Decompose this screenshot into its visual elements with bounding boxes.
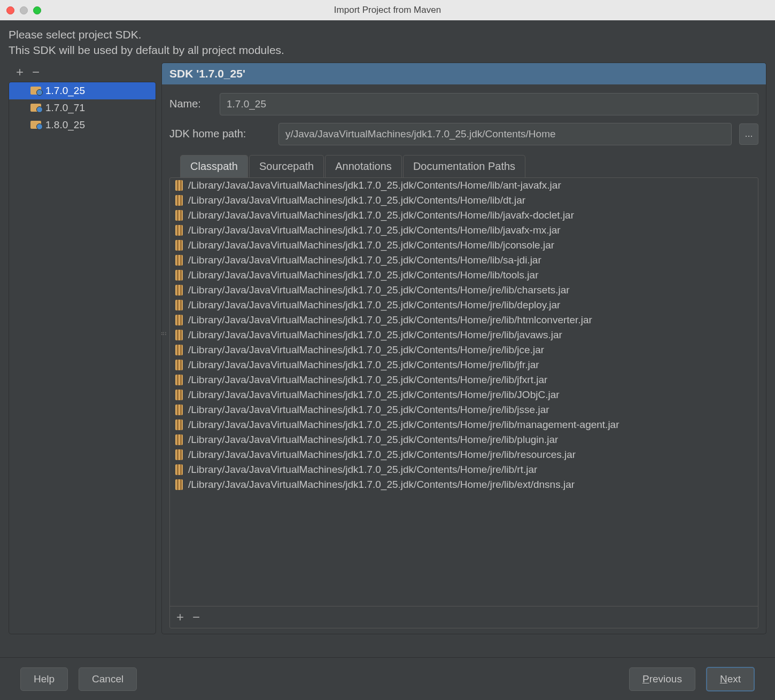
jar-icon [175, 225, 183, 236]
classpath-row[interactable]: /Library/Java/JavaVirtualMachines/jdk1.7… [170, 298, 758, 313]
cancel-button[interactable]: Cancel [79, 667, 137, 691]
classpath-path: /Library/Java/JavaVirtualMachines/jdk1.7… [188, 464, 537, 476]
next-button[interactable]: Next [706, 667, 755, 691]
classpath-row[interactable]: /Library/Java/JavaVirtualMachines/jdk1.7… [170, 462, 758, 477]
sdk-item[interactable]: 1.7.0_25 [9, 82, 156, 99]
jar-icon [175, 390, 183, 400]
header-line-2: This SDK will be used by default by all … [9, 42, 766, 58]
jar-icon [175, 195, 183, 206]
classpath-path: /Library/Java/JavaVirtualMachines/jdk1.7… [188, 239, 554, 251]
classpath-row[interactable]: /Library/Java/JavaVirtualMachines/jdk1.7… [170, 432, 758, 447]
sdk-item-label: 1.7.0_25 [45, 85, 85, 97]
jar-icon [175, 405, 183, 415]
tab-sourcepath[interactable]: Sourcepath [249, 155, 324, 177]
sdk-item-label: 1.8.0_25 [45, 119, 85, 131]
classpath-path: /Library/Java/JavaVirtualMachines/jdk1.7… [188, 195, 525, 206]
jar-icon [175, 449, 183, 460]
window-title: Import Project from Maven [0, 5, 775, 15]
classpath-path: /Library/Java/JavaVirtualMachines/jdk1.7… [188, 314, 592, 326]
classpath-path: /Library/Java/JavaVirtualMachines/jdk1.7… [188, 419, 619, 431]
detail-title: SDK '1.7.0_25' [161, 63, 766, 84]
jar-icon [175, 285, 183, 295]
classpath-row[interactable]: /Library/Java/JavaVirtualMachines/jdk1.7… [170, 268, 758, 283]
sdk-toolbar: + − [9, 63, 156, 82]
previous-button[interactable]: Previous [629, 667, 695, 691]
tab-classpath[interactable]: Classpath [180, 155, 248, 177]
jar-icon [175, 240, 183, 251]
sdk-item-label: 1.7.0_71 [45, 102, 85, 114]
classpath-path: /Library/Java/JavaVirtualMachines/jdk1.7… [188, 434, 558, 446]
jar-icon [175, 375, 183, 385]
add-classpath-button[interactable]: + [176, 611, 184, 624]
classpath-row[interactable]: /Library/Java/JavaVirtualMachines/jdk1.7… [170, 223, 758, 238]
classpath-row[interactable]: /Library/Java/JavaVirtualMachines/jdk1.7… [170, 417, 758, 432]
classpath-path: /Library/Java/JavaVirtualMachines/jdk1.7… [188, 374, 547, 386]
classpath-path: /Library/Java/JavaVirtualMachines/jdk1.7… [188, 329, 562, 341]
tab-annotations[interactable]: Annotations [325, 155, 402, 177]
jdk-home-path-input[interactable] [278, 123, 732, 145]
home-path-label: JDK home path: [169, 128, 271, 140]
help-button[interactable]: Help [20, 667, 68, 691]
classpath-row[interactable]: /Library/Java/JavaVirtualMachines/jdk1.7… [170, 283, 758, 298]
classpath-row[interactable]: /Library/Java/JavaVirtualMachines/jdk1.7… [170, 477, 758, 492]
sdk-name-input[interactable] [220, 93, 758, 115]
classpath-row[interactable]: /Library/Java/JavaVirtualMachines/jdk1.7… [170, 372, 758, 387]
classpath-row[interactable]: /Library/Java/JavaVirtualMachines/jdk1.7… [170, 238, 758, 253]
jar-icon [175, 479, 183, 490]
name-label: Name: [169, 98, 212, 110]
classpath-path: /Library/Java/JavaVirtualMachines/jdk1.7… [188, 269, 538, 281]
titlebar: Import Project from Maven [0, 0, 775, 20]
browse-button[interactable]: ... [739, 123, 758, 145]
classpath-path: /Library/Java/JavaVirtualMachines/jdk1.7… [188, 404, 549, 416]
sdk-item[interactable]: 1.8.0_25 [9, 116, 156, 134]
classpath-row[interactable]: /Library/Java/JavaVirtualMachines/jdk1.7… [170, 208, 758, 223]
jar-icon [175, 464, 183, 475]
jar-icon [175, 330, 183, 340]
classpath-row[interactable]: /Library/Java/JavaVirtualMachines/jdk1.7… [170, 447, 758, 462]
jar-icon [175, 434, 183, 445]
jar-icon [175, 345, 183, 355]
sdk-item[interactable]: 1.7.0_71 [9, 99, 156, 116]
classpath-path: /Library/Java/JavaVirtualMachines/jdk1.7… [188, 479, 575, 491]
classpath-path: /Library/Java/JavaVirtualMachines/jdk1.7… [188, 299, 560, 311]
classpath-row[interactable]: /Library/Java/JavaVirtualMachines/jdk1.7… [170, 313, 758, 328]
classpath-row[interactable]: /Library/Java/JavaVirtualMachines/jdk1.7… [170, 178, 758, 193]
classpath-path: /Library/Java/JavaVirtualMachines/jdk1.7… [188, 180, 561, 191]
classpath-row[interactable]: /Library/Java/JavaVirtualMachines/jdk1.7… [170, 402, 758, 417]
jar-icon [175, 270, 183, 281]
classpath-path: /Library/Java/JavaVirtualMachines/jdk1.7… [188, 344, 544, 356]
remove-classpath-button[interactable]: − [192, 611, 200, 624]
sdk-list[interactable]: 1.7.0_251.7.0_711.8.0_25 [9, 82, 156, 634]
detail-tabs: ClasspathSourcepathAnnotationsDocumentat… [180, 155, 758, 177]
classpath-row[interactable]: /Library/Java/JavaVirtualMachines/jdk1.7… [170, 328, 758, 343]
add-sdk-button[interactable]: + [16, 66, 24, 79]
classpath-path: /Library/Java/JavaVirtualMachines/jdk1.7… [188, 449, 576, 461]
classpath-list[interactable]: /Library/Java/JavaVirtualMachines/jdk1.7… [170, 178, 758, 606]
classpath-path: /Library/Java/JavaVirtualMachines/jdk1.7… [188, 224, 561, 236]
classpath-toolbar: + − [170, 606, 758, 628]
header-line-1: Please select project SDK. [9, 27, 766, 42]
jar-icon [175, 315, 183, 325]
classpath-row[interactable]: /Library/Java/JavaVirtualMachines/jdk1.7… [170, 253, 758, 268]
classpath-path: /Library/Java/JavaVirtualMachines/jdk1.7… [188, 284, 570, 296]
jar-icon [175, 360, 183, 370]
classpath-path: /Library/Java/JavaVirtualMachines/jdk1.7… [188, 389, 560, 401]
sdk-folder-icon [30, 87, 41, 95]
jar-icon [175, 180, 183, 191]
classpath-row[interactable]: /Library/Java/JavaVirtualMachines/jdk1.7… [170, 387, 758, 402]
jar-icon [175, 300, 183, 310]
jar-icon [175, 210, 183, 221]
tab-documentation-paths[interactable]: Documentation Paths [403, 155, 525, 177]
remove-sdk-button[interactable]: − [32, 66, 40, 79]
sdk-folder-icon [30, 104, 41, 112]
classpath-path: /Library/Java/JavaVirtualMachines/jdk1.7… [188, 209, 574, 221]
classpath-path: /Library/Java/JavaVirtualMachines/jdk1.7… [188, 254, 541, 266]
classpath-row[interactable]: /Library/Java/JavaVirtualMachines/jdk1.7… [170, 343, 758, 357]
classpath-row[interactable]: /Library/Java/JavaVirtualMachines/jdk1.7… [170, 357, 758, 372]
splitter-grip-icon[interactable]: ⠿ [159, 331, 167, 336]
jar-icon [175, 419, 183, 430]
classpath-row[interactable]: /Library/Java/JavaVirtualMachines/jdk1.7… [170, 193, 758, 208]
sdk-folder-icon [30, 121, 41, 129]
jar-icon [175, 255, 183, 266]
footer: Help Cancel Previous Next [0, 657, 775, 700]
